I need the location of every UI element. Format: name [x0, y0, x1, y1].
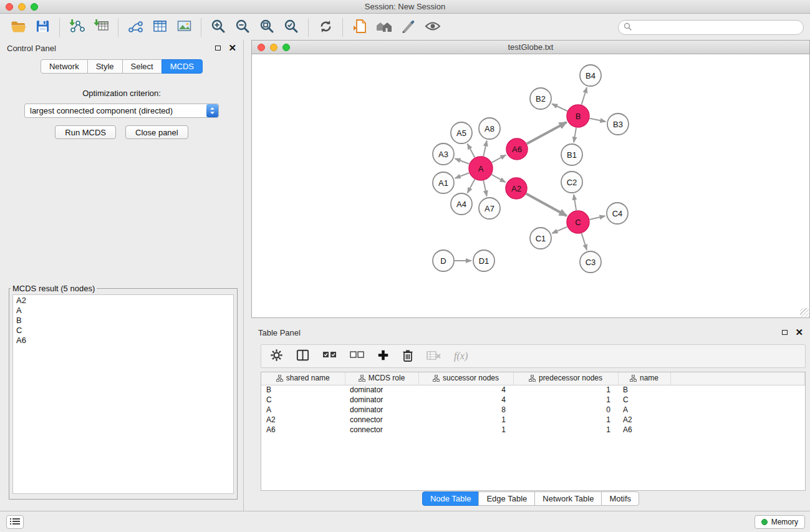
new-network-button[interactable]	[123, 17, 147, 38]
tab-network-table[interactable]: Network Table	[534, 491, 602, 506]
network-node-A4[interactable]: A4	[451, 193, 472, 215]
save-session-button[interactable]	[31, 17, 54, 38]
tab-select[interactable]: Select	[122, 59, 162, 74]
task-history-button[interactable]	[6, 515, 24, 529]
network-node-A2[interactable]: A2	[506, 178, 527, 199]
table-settings-button[interactable]	[270, 349, 283, 364]
export-image-button[interactable]	[172, 17, 196, 38]
network-node-D1[interactable]: D1	[473, 250, 494, 271]
zoom-window-button[interactable]	[31, 3, 38, 11]
network-node-A1[interactable]: A1	[433, 172, 454, 193]
column-header-mcds-role[interactable]: MCDS role	[345, 372, 418, 385]
float-table-panel-icon[interactable]	[782, 330, 788, 335]
table-row[interactable]: A2connector11A2	[261, 415, 805, 425]
column-header-shared-name[interactable]: shared name	[261, 372, 345, 385]
network-edge-A2-C[interactable]	[526, 194, 567, 216]
close-panel-icon[interactable]: ✕	[228, 45, 236, 51]
import-table-button[interactable]	[89, 17, 113, 38]
network-node-B2[interactable]: B2	[530, 88, 551, 109]
network-node-B3[interactable]: B3	[607, 114, 629, 135]
minimize-window-button[interactable]	[18, 3, 26, 11]
network-canvas[interactable]: AA6A2BCA1A3A4A5A7A8B1B2B3B4C1C2C3C4DD1	[252, 54, 809, 317]
create-column-button[interactable]	[377, 349, 389, 363]
zoom-network-window-button[interactable]	[282, 44, 290, 51]
delete-table-button[interactable]	[427, 351, 441, 362]
network-edge-C-C4[interactable]	[590, 216, 605, 220]
network-node-A[interactable]: A	[469, 157, 493, 180]
memory-button[interactable]: Memory	[755, 515, 805, 529]
network-edge-C-C1[interactable]	[552, 227, 567, 233]
zoom-out-button[interactable]	[231, 17, 254, 38]
result-item[interactable]: C	[16, 326, 230, 336]
network-node-C1[interactable]: C1	[530, 228, 551, 249]
table-row[interactable]: Adominator80A	[261, 405, 805, 415]
network-node-B[interactable]: B	[567, 105, 589, 127]
deselect-all-rows-button[interactable]	[350, 351, 364, 361]
network-edge-A6-B[interactable]	[527, 122, 567, 143]
network-edge-B-B3[interactable]	[590, 118, 606, 122]
network-edge-A-A8[interactable]	[483, 141, 486, 157]
show-hide-graphics-button[interactable]	[421, 17, 445, 38]
close-panel-button[interactable]: Close panel	[125, 125, 188, 139]
network-node-B4[interactable]: B4	[580, 65, 601, 86]
open-session-button[interactable]	[6, 17, 30, 38]
search-input[interactable]	[635, 23, 798, 32]
minimize-network-window-button[interactable]	[270, 44, 277, 51]
close-window-button[interactable]	[6, 3, 13, 11]
tab-mcds[interactable]: MCDS	[162, 59, 203, 74]
network-edge-B-B2[interactable]	[552, 104, 567, 112]
zoom-in-button[interactable]	[206, 17, 230, 38]
delete-column-button[interactable]	[402, 349, 413, 364]
network-node-C[interactable]: C	[567, 211, 589, 233]
network-node-C3[interactable]: C3	[580, 251, 601, 273]
network-edge-A-A2[interactable]	[491, 175, 505, 182]
tab-network[interactable]: Network	[41, 59, 88, 74]
network-node-D[interactable]: D	[433, 250, 454, 271]
result-item[interactable]: B	[16, 316, 230, 326]
table-row[interactable]: Bdominator41B	[261, 385, 805, 395]
network-edge-C-C3[interactable]	[582, 233, 587, 250]
network-edge-C-C2[interactable]	[574, 195, 576, 210]
refresh-button[interactable]	[314, 17, 337, 38]
new-table-icon-button[interactable]	[148, 17, 171, 38]
table-row[interactable]: A6connector11A6	[261, 425, 805, 435]
network-node-C4[interactable]: C4	[607, 203, 628, 224]
column-header-successor-nodes[interactable]: successor nodes	[418, 372, 513, 385]
column-header-predecessor-nodes[interactable]: predecessor nodes	[513, 372, 618, 385]
network-node-A8[interactable]: A8	[479, 118, 500, 139]
tab-edge-table[interactable]: Edge Table	[478, 491, 535, 506]
optimization-criterion-dropdown[interactable]: largest connected component (directed)	[24, 104, 219, 118]
result-item[interactable]: A6	[16, 336, 230, 346]
window-resize-handle[interactable]	[800, 308, 809, 317]
network-node-A5[interactable]: A5	[451, 122, 472, 143]
network-edge-B-B1[interactable]	[574, 128, 576, 143]
close-table-panel-icon[interactable]: ✕	[795, 329, 803, 336]
tab-style[interactable]: Style	[87, 59, 123, 74]
zoom-selected-button[interactable]	[279, 17, 303, 38]
network-edge-B-B4[interactable]	[582, 87, 587, 105]
float-panel-icon[interactable]	[215, 46, 221, 51]
zoom-fit-button[interactable]	[255, 17, 279, 38]
tab-motifs[interactable]: Motifs	[601, 491, 639, 506]
show-columns-button[interactable]	[296, 349, 309, 363]
network-edge-A-A7[interactable]	[483, 181, 486, 196]
tab-node-table[interactable]: Node Table	[422, 491, 480, 506]
network-edge-A-A1[interactable]	[455, 173, 470, 178]
network-node-C2[interactable]: C2	[561, 172, 582, 193]
network-edge-A-A5[interactable]	[468, 144, 475, 158]
network-node-A3[interactable]: A3	[433, 143, 454, 165]
open-recent-session-button[interactable]	[348, 17, 372, 38]
import-network-button[interactable]	[65, 17, 89, 38]
network-edge-A-A6[interactable]	[492, 155, 506, 162]
column-header-name[interactable]: name	[618, 372, 670, 385]
network-edge-A-A4[interactable]	[468, 180, 475, 193]
table-row[interactable]: Cdominator41C	[261, 395, 805, 405]
close-network-window-button[interactable]	[258, 44, 265, 51]
network-node-B1[interactable]: B1	[561, 144, 582, 165]
network-node-A7[interactable]: A7	[479, 198, 500, 219]
mcds-result-list[interactable]: A2 A B C A6	[12, 294, 234, 494]
function-builder-button[interactable]: f(x)	[454, 351, 468, 362]
result-item[interactable]: A	[16, 306, 230, 316]
select-all-rows-button[interactable]	[322, 351, 337, 361]
run-mcds-button[interactable]: Run MCDS	[55, 125, 116, 139]
